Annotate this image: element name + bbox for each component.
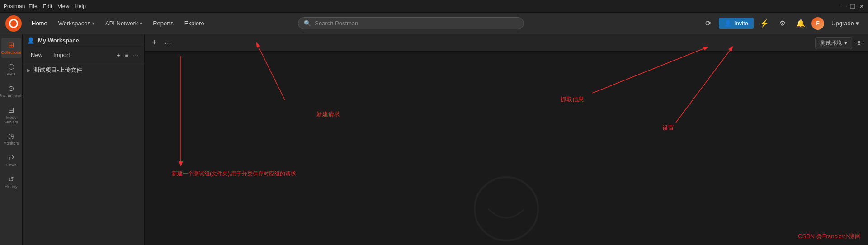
minimize-button[interactable]: —: [841, 4, 846, 9]
environments-icon: ⊙: [8, 84, 14, 93]
tab-bar: + ··· 测试环境 ▾ 👁: [145, 34, 868, 52]
sidebar-item-environments[interactable]: ⊙ Environments: [1, 81, 21, 101]
nav-right: ⟳ 👤 Invite ⚡ ⚙ 🔔 F Upgrade ▾: [701, 16, 863, 31]
annotation-new-folder: 新建一个测试组(文件夹),用于分类保存对应组的请求: [172, 170, 296, 178]
add-icon: +: [117, 52, 120, 59]
menu-edit[interactable]: Edit: [43, 3, 52, 9]
nav-api-network[interactable]: API Network ▾: [101, 17, 146, 29]
search-input[interactable]: [315, 20, 518, 27]
sidebar-item-mock-servers[interactable]: ⊟ Mock Servers: [1, 103, 21, 127]
svg-point-0: [475, 177, 538, 240]
upgrade-button[interactable]: Upgrade ▾: [828, 18, 863, 29]
settings-icon[interactable]: ⚙: [775, 16, 790, 31]
env-eye-button[interactable]: 👁: [856, 39, 863, 47]
new-tab-button[interactable]: +: [149, 37, 160, 48]
nav-bar: Home Workspaces ▾ API Network ▾ Reports …: [0, 13, 868, 34]
filter-icon: ≡: [125, 52, 128, 59]
annotation-capture: 抓取信息: [561, 95, 584, 104]
upgrade-arrow-icon: ▾: [856, 20, 859, 27]
import-button[interactable]: Import: [50, 50, 74, 60]
sync-icon[interactable]: ⟳: [701, 16, 715, 31]
more-options-button[interactable]: ···: [132, 50, 140, 60]
sidebar-item-flows[interactable]: ⇄ Flows: [1, 151, 21, 170]
search-wrapper[interactable]: 🔍: [298, 17, 524, 29]
invite-user-icon: 👤: [724, 20, 731, 27]
search-icon: 🔍: [304, 20, 311, 27]
main-layout: ⊞ Collections ⬡ APIs ⊙ Environments ⊟ Mo…: [0, 34, 868, 245]
menu-file[interactable]: File: [28, 3, 37, 9]
monitors-icon: ◷: [8, 132, 14, 140]
env-name: 测试环境: [820, 39, 842, 47]
decorative-graphic: [470, 173, 542, 245]
flows-icon: ⇄: [8, 153, 14, 162]
mock-servers-icon: ⊟: [8, 106, 14, 114]
env-dropdown-icon: ▾: [844, 40, 847, 46]
workspace-icon: 👤: [27, 37, 34, 44]
collections-panel: 👤 My Workspace New Import + ≡ ··· ▶ 测试项目…: [23, 34, 145, 245]
more-icon: ···: [133, 52, 138, 59]
lightning-icon[interactable]: ⚡: [757, 16, 772, 31]
collections-icon: ⊞: [8, 41, 14, 49]
tab-more-button[interactable]: ···: [162, 38, 175, 47]
nav-workspaces[interactable]: Workspaces ▾: [54, 17, 99, 29]
svg-line-4: [676, 47, 732, 122]
maximize-button[interactable]: ❐: [850, 4, 855, 9]
icon-sidebar: ⊞ Collections ⬡ APIs ⊙ Environments ⊟ Mo…: [0, 34, 23, 245]
nav-home[interactable]: Home: [27, 17, 52, 29]
workspaces-arrow-icon: ▾: [92, 21, 94, 26]
workspace-name: My Workspace: [38, 37, 140, 44]
annotation-new-request: 新建请求: [316, 110, 340, 118]
main-content: + ··· 测试环境 ▾ 👁: [145, 34, 868, 245]
app-name: Postman: [4, 3, 25, 9]
history-icon: ↺: [8, 175, 14, 184]
menu-help[interactable]: Help: [75, 3, 86, 9]
logo-icon: [9, 19, 18, 28]
avatar[interactable]: F: [811, 17, 824, 30]
svg-line-2: [257, 43, 285, 100]
api-network-arrow-icon: ▾: [140, 21, 142, 26]
apis-icon: ⬡: [8, 62, 14, 71]
app-logo: [5, 15, 22, 32]
environment-selector[interactable]: 测试环境 ▾: [815, 37, 852, 49]
nav-explore[interactable]: Explore: [180, 17, 209, 29]
panel-actions: + ≡ ···: [115, 50, 140, 60]
collection-item[interactable]: ▶ 测试项目-上传文件: [23, 63, 144, 77]
filter-button[interactable]: ≡: [123, 50, 130, 60]
menu-view[interactable]: View: [57, 3, 69, 9]
window-controls: — ❐ ✕: [841, 4, 864, 9]
sidebar-item-apis[interactable]: ⬡ APIs: [1, 60, 21, 80]
sidebar-item-monitors[interactable]: ◷ Monitors: [1, 129, 21, 149]
chevron-right-icon: ▶: [27, 68, 31, 73]
eye-icon: 👁: [856, 39, 863, 47]
new-button[interactable]: New: [27, 50, 46, 60]
new-import-bar: New Import + ≡ ···: [23, 47, 144, 63]
annotation-settings: 设置: [662, 124, 674, 132]
svg-line-3: [592, 47, 708, 93]
title-bar: Postman File Edit View Help — ❐ ✕: [0, 0, 868, 13]
bell-icon[interactable]: 🔔: [793, 16, 808, 31]
nav-reports[interactable]: Reports: [148, 17, 178, 29]
collection-name: 测试项目-上传文件: [33, 66, 82, 74]
invite-button[interactable]: 👤 Invite: [719, 18, 754, 29]
sidebar-item-collections[interactable]: ⊞ Collections: [1, 38, 21, 58]
watermark: CSDN @Franciz/小测网: [798, 232, 861, 240]
title-bar-left: Postman File Edit View Help: [4, 3, 86, 9]
add-collection-button[interactable]: +: [115, 50, 122, 60]
menu-bar: File Edit View Help: [28, 3, 86, 9]
workspace-header: 👤 My Workspace: [23, 34, 144, 47]
close-button[interactable]: ✕: [859, 4, 864, 9]
search-bar: 🔍: [298, 17, 524, 29]
environment-bar: 测试环境 ▾ 👁: [810, 34, 868, 52]
sidebar-item-history[interactable]: ↺ History: [1, 172, 21, 192]
